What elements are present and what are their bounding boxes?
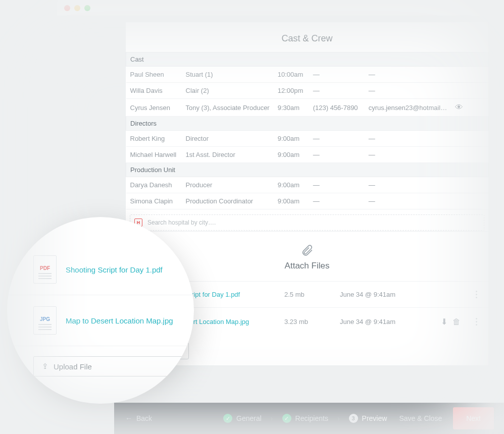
upload-icon: ⇪ <box>42 362 48 371</box>
trash-icon[interactable]: 🗑 <box>452 317 461 327</box>
file-date: June 34 @ 9:41am <box>340 291 441 298</box>
table-row[interactable]: Michael Harwell1st Asst. Director9:00am—… <box>126 147 488 163</box>
wizard-footer: ← Back ✓General›✓Recipients›3Preview Sav… <box>114 403 504 434</box>
table-row[interactable]: Paul SheenStuart (1)10:00am—— <box>126 67 488 83</box>
pdf-icon: PDF <box>33 255 57 284</box>
wizard-steps: ✓General›✓Recipients›3Preview <box>223 414 387 423</box>
table-row[interactable]: Willa DavisClair (2)12:00pm—— <box>126 83 488 99</box>
zoom-lens: PDF Shooting Script for Day 1.pdf JPG Ma… <box>7 217 194 404</box>
section-title: Cast & Crew <box>126 22 488 52</box>
zoom-file-2-name: Map to Desert Location Map.jpg <box>66 316 173 325</box>
hospital-placeholder: Search hospital by city…. <box>147 219 216 226</box>
wizard-step[interactable]: ✓Recipients <box>282 414 328 423</box>
group-header: Production Unit <box>126 163 488 177</box>
next-button[interactable]: Next <box>453 407 494 429</box>
group-header: Directors <box>126 117 488 131</box>
arrow-left-icon: ← <box>125 414 132 422</box>
zoom-file-2[interactable]: JPG Map to Desert Location Map.jpg <box>7 295 194 346</box>
file-size: 3.23 mb <box>284 318 340 326</box>
check-icon: ✓ <box>223 414 232 423</box>
paperclip-icon <box>300 243 314 258</box>
check-icon: ✓ <box>282 414 291 423</box>
step-number: 3 <box>349 414 358 423</box>
crew-table: CastPaul SheenStuart (1)10:00am——Willa D… <box>126 52 488 209</box>
cast-crew-panel: Cast & Crew CastPaul SheenStuart (1)10:0… <box>125 22 489 258</box>
chevron-right-icon: › <box>271 414 273 422</box>
table-row[interactable]: Simona ClapinProduction Coordinator9:00a… <box>126 193 488 209</box>
file-date: June 34 @ 9:41am <box>340 318 441 326</box>
group-header: Cast <box>126 52 488 67</box>
more-icon[interactable] <box>471 318 481 326</box>
file-size: 2.5 mb <box>284 291 340 298</box>
wizard-step[interactable]: 3Preview <box>349 414 387 423</box>
zoom-file-1[interactable]: PDF Shooting Script for Day 1.pdf <box>7 244 194 295</box>
minimize-icon[interactable] <box>74 5 80 11</box>
save-close-button[interactable]: Save & Close <box>399 414 442 422</box>
more-icon[interactable] <box>471 291 481 298</box>
zoom-file-1-name: Shooting Script for Day 1.pdf <box>66 265 163 274</box>
hospital-search[interactable]: H Search hospital by city…. <box>130 214 484 231</box>
table-row[interactable]: Darya DaneshProducer9:00am—— <box>126 177 488 193</box>
eye-icon[interactable]: 👁 <box>455 103 463 112</box>
titlebar <box>57 0 504 16</box>
table-row[interactable]: Cyrus JensenTony (3), Associate Producer… <box>126 99 488 117</box>
close-icon[interactable] <box>64 5 70 11</box>
jpg-icon: JPG <box>33 306 57 335</box>
wizard-step[interactable]: ✓General <box>223 414 262 423</box>
download-icon[interactable]: ⬇ <box>441 317 447 327</box>
chevron-right-icon: › <box>337 414 340 422</box>
back-button[interactable]: ← Back <box>125 414 152 422</box>
maximize-icon[interactable] <box>84 5 90 11</box>
table-row[interactable]: Robert KingDirector9:00am—— <box>126 131 488 147</box>
